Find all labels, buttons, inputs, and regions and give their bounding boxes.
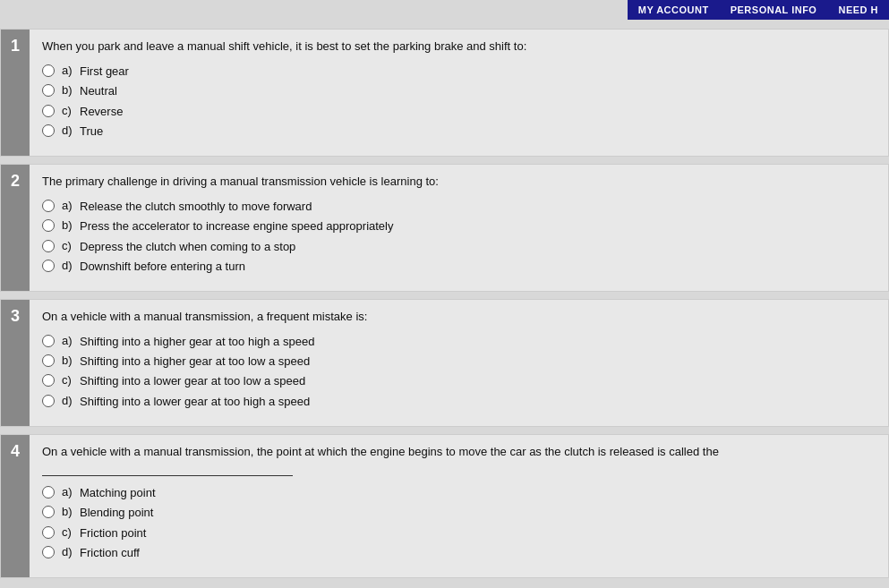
question-block-3: 3On a vehicle with a manual transmission… [0, 299, 889, 427]
option-letter-2-4: d) [62, 259, 80, 272]
option-text-3-1: Shifting into a higher gear at too high … [80, 334, 314, 350]
option-item-4-2: b)Blending point [42, 505, 876, 521]
option-item-4-3: c)Friction point [42, 525, 876, 541]
option-item-1-3: c)Reverse [42, 104, 876, 120]
option-letter-2-2: b) [62, 218, 80, 232]
option-radio-3-1[interactable] [42, 335, 55, 347]
option-text-2-1: Release the clutch smoothly to move forw… [80, 199, 312, 215]
option-text-3-4: Shifting into a lower gear at too high a… [80, 394, 310, 410]
question-number-3: 3 [1, 300, 30, 426]
option-letter-2-1: a) [62, 199, 80, 212]
option-text-2-4: Downshift before entering a turn [80, 259, 245, 275]
option-letter-1-4: d) [62, 124, 80, 137]
option-radio-1-4[interactable] [42, 124, 55, 137]
option-letter-4-2: b) [62, 505, 80, 518]
option-radio-1-1[interactable] [42, 64, 55, 77]
question-number-2: 2 [1, 165, 30, 291]
question-text-2: The primary challenge in driving a manua… [42, 174, 876, 190]
option-letter-1-1: a) [62, 64, 80, 77]
option-letter-1-2: b) [62, 83, 80, 97]
option-radio-2-1[interactable] [42, 200, 55, 212]
option-text-4-4: Friction cuff [80, 545, 140, 561]
option-text-4-2: Blending point [80, 505, 153, 521]
option-letter-2-3: c) [62, 239, 80, 252]
question-block-1: 1When you park and leave a manual shift … [0, 29, 889, 157]
option-radio-3-3[interactable] [42, 374, 55, 387]
option-item-3-3: c)Shifting into a lower gear at too low … [42, 373, 876, 389]
option-radio-3-2[interactable] [42, 354, 55, 367]
option-radio-2-4[interactable] [42, 260, 55, 272]
option-text-1-3: Reverse [80, 104, 123, 120]
options-list-4: a)Matching pointb)Blending pointc)Fricti… [42, 485, 876, 561]
option-text-1-4: True [80, 124, 103, 140]
option-radio-2-2[interactable] [42, 219, 55, 232]
option-letter-1-3: c) [62, 104, 80, 117]
option-letter-3-1: a) [62, 334, 80, 347]
option-radio-4-1[interactable] [42, 486, 55, 499]
option-radio-4-3[interactable] [42, 526, 55, 539]
nav-need-help[interactable]: NEED H [827, 4, 889, 15]
options-list-2: a)Release the clutch smoothly to move fo… [42, 199, 876, 275]
option-item-2-1: a)Release the clutch smoothly to move fo… [42, 199, 876, 215]
option-letter-4-4: d) [62, 545, 80, 558]
option-letter-3-2: b) [62, 354, 80, 367]
option-item-4-4: d)Friction cuff [42, 545, 876, 561]
option-text-1-2: Neutral [80, 83, 117, 99]
option-text-2-3: Depress the clutch when coming to a stop [80, 239, 295, 255]
option-item-1-1: a)First gear [42, 64, 876, 80]
option-radio-1-3[interactable] [42, 105, 55, 117]
question-text-1: When you park and leave a manual shift v… [42, 38, 876, 55]
nav-my-account[interactable]: MY ACCOUNT [628, 4, 720, 15]
option-text-4-1: Matching point [80, 485, 156, 501]
option-radio-3-4[interactable] [42, 395, 55, 407]
options-list-1: a)First gearb)Neutralc)Reversed)True [42, 64, 876, 140]
option-item-2-4: d)Downshift before entering a turn [42, 259, 876, 275]
option-letter-3-3: c) [62, 373, 80, 387]
option-text-3-3: Shifting into a lower gear at too low a … [80, 373, 305, 389]
option-item-2-3: c)Depress the clutch when coming to a st… [42, 239, 876, 255]
options-list-3: a)Shifting into a higher gear at too hig… [42, 334, 876, 410]
option-text-1-1: First gear [80, 64, 129, 80]
question-number-1: 1 [1, 30, 30, 156]
option-item-3-1: a)Shifting into a higher gear at too hig… [42, 334, 876, 350]
option-radio-4-2[interactable] [42, 506, 55, 518]
nav-personal-info[interactable]: PERSONAL INFO [720, 4, 828, 15]
question-number-4: 4 [1, 435, 30, 577]
option-letter-4-1: a) [62, 485, 80, 499]
main-content: 1When you park and leave a manual shift … [0, 20, 889, 588]
option-radio-2-3[interactable] [42, 240, 55, 252]
question-block-2: 2The primary challenge in driving a manu… [0, 164, 889, 292]
fill-in-blank [42, 475, 293, 476]
option-letter-3-4: d) [62, 394, 80, 407]
option-item-1-2: b)Neutral [42, 83, 876, 99]
option-text-4-3: Friction point [80, 525, 146, 541]
option-item-3-2: b)Shifting into a higher gear at too low… [42, 354, 876, 370]
option-item-4-1: a)Matching point [42, 485, 876, 501]
option-text-3-2: Shifting into a higher gear at too low a… [80, 354, 310, 370]
question-block-4: 4On a vehicle with a manual transmission… [0, 434, 889, 578]
option-text-2-2: Press the accelerator to increase engine… [80, 218, 394, 234]
top-navigation: MY ACCOUNT PERSONAL INFO NEED H [628, 0, 889, 20]
option-item-1-4: d)True [42, 124, 876, 140]
option-letter-4-3: c) [62, 525, 80, 539]
option-radio-1-2[interactable] [42, 84, 55, 97]
option-radio-4-4[interactable] [42, 546, 55, 558]
option-item-3-4: d)Shifting into a lower gear at too high… [42, 394, 876, 410]
option-item-2-2: b)Press the accelerator to increase engi… [42, 218, 876, 234]
question-text-4: On a vehicle with a manual transmission,… [42, 444, 876, 476]
question-text-3: On a vehicle with a manual transmission,… [42, 309, 876, 325]
